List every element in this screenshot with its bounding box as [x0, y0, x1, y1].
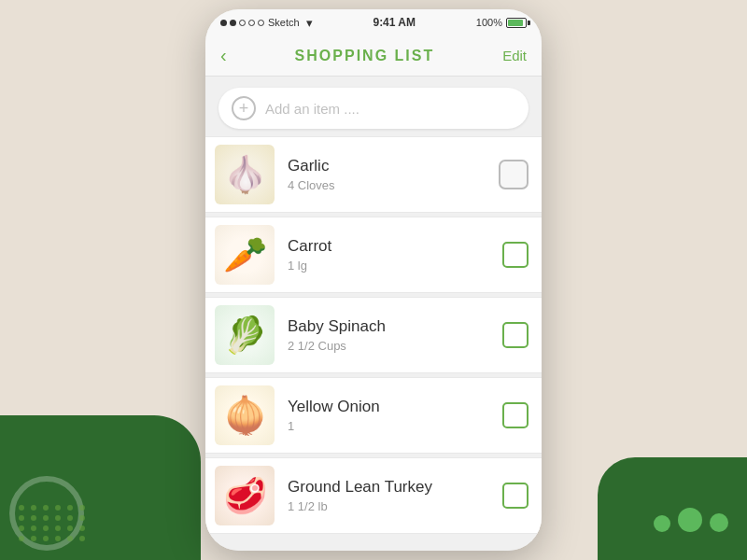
item-name-spinach: Baby Spinach — [288, 317, 502, 336]
item-name-turkey: Ground Lean Turkey — [288, 478, 502, 497]
list-item: 🧄 Garlic 4 Cloves — [205, 136, 542, 213]
nav-bar: ‹ SHOPPING LIST Edit — [205, 35, 542, 77]
berry-2 — [678, 508, 702, 532]
signal-dot-2 — [230, 20, 236, 26]
item-image-spinach: 🥬 — [215, 305, 275, 365]
wifi-icon: ▾ — [306, 16, 313, 30]
signal-dot-5 — [258, 20, 264, 26]
add-item-placeholder: Add an item .... — [265, 101, 359, 117]
item-name-onion: Yellow Onion — [288, 398, 502, 416]
item-info-garlic: Garlic 4 Cloves — [288, 157, 499, 192]
bg-decoration-right — [598, 457, 747, 560]
item-checkbox-turkey[interactable] — [502, 483, 529, 509]
spinach-emoji: 🥬 — [223, 315, 267, 356]
signal-dot-3 — [239, 20, 246, 26]
item-info-spinach: Baby Spinach 2 1/2 Cups — [288, 317, 502, 353]
item-qty-onion: 1 — [288, 419, 502, 433]
battery-percent: 100% — [476, 17, 502, 28]
list-item: 🥬 Baby Spinach 2 1/2 Cups — [205, 297, 542, 373]
add-item-bar[interactable]: + Add an item .... — [218, 88, 529, 129]
turkey-emoji: 🥩 — [223, 475, 267, 516]
list-item: 🥕 Carrot 1 lg — [205, 217, 542, 293]
add-item-circle-icon: + — [232, 96, 256, 120]
item-qty-garlic: 4 Cloves — [288, 178, 499, 192]
status-time: 9:41 AM — [373, 16, 416, 29]
status-right: 100% — [476, 17, 527, 28]
battery-icon — [506, 18, 527, 28]
item-qty-carrot: 1 lg — [288, 259, 502, 273]
item-checkbox-carrot[interactable] — [502, 242, 529, 268]
carrot-emoji: 🥕 — [223, 234, 267, 275]
battery-fill — [508, 20, 523, 26]
phone-frame: Sketch ▾ 9:41 AM 100% ‹ SHOPPING LIST Ed… — [205, 9, 542, 551]
berry-decoration — [654, 508, 728, 532]
item-checkbox-garlic[interactable] — [499, 160, 529, 189]
onion-emoji: 🧅 — [223, 395, 267, 436]
berry-3 — [710, 513, 728, 532]
list-item: 🥩 Ground Lean Turkey 1 1/2 lb — [205, 457, 542, 534]
signal-dot-1 — [220, 20, 227, 26]
item-checkbox-onion[interactable] — [502, 402, 529, 428]
item-image-carrot: 🥕 — [215, 225, 275, 285]
item-name-garlic: Garlic — [288, 157, 499, 175]
item-qty-turkey: 1 1/2 lb — [288, 499, 502, 513]
plus-icon: + — [239, 100, 249, 117]
item-qty-spinach: 2 1/2 Cups — [288, 339, 502, 353]
item-image-turkey: 🥩 — [215, 466, 275, 525]
dots-pattern — [19, 505, 87, 541]
item-image-garlic: 🧄 — [215, 145, 275, 204]
item-info-onion: Yellow Onion 1 — [288, 398, 502, 433]
back-button[interactable]: ‹ — [220, 45, 227, 66]
status-bar: Sketch ▾ 9:41 AM 100% — [205, 9, 542, 35]
page-title: SHOPPING LIST — [295, 48, 435, 64]
garlic-emoji: 🧄 — [223, 154, 267, 195]
list-item: 🧅 Yellow Onion 1 — [205, 377, 542, 454]
content-area: + Add an item .... 🧄 Garlic 4 Cloves 🥕 C… — [205, 77, 542, 551]
carrier-name: Sketch — [268, 17, 300, 28]
bg-decoration-left — [0, 415, 201, 560]
signal-bars — [220, 20, 264, 26]
item-info-turkey: Ground Lean Turkey 1 1/2 lb — [288, 478, 502, 513]
edit-button[interactable]: Edit — [502, 48, 527, 63]
item-image-onion: 🧅 — [215, 385, 275, 445]
item-checkbox-spinach[interactable] — [502, 322, 529, 348]
signal-dot-4 — [248, 20, 255, 26]
berry-1 — [654, 515, 670, 532]
item-name-carrot: Carrot — [288, 237, 502, 256]
item-info-carrot: Carrot 1 lg — [288, 237, 502, 273]
status-left: Sketch ▾ — [220, 16, 313, 30]
